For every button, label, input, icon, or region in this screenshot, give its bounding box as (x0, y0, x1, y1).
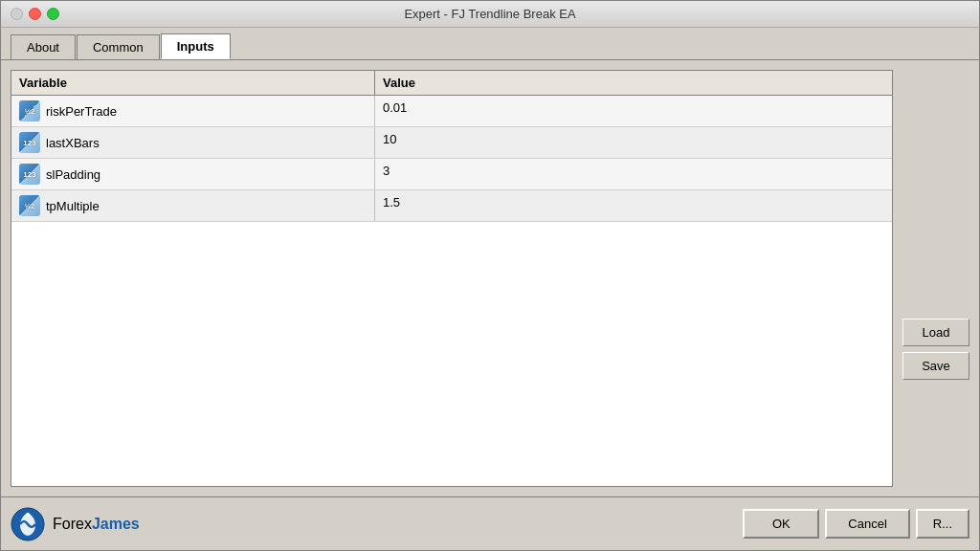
main-content: Variable Value ½2 riskPerTrade 0.01 (1, 60, 979, 496)
type-icon-int: 123 (19, 132, 40, 153)
tab-inputs[interactable]: Inputs (161, 33, 231, 59)
window-title: Expert - FJ Trendline Break EA (404, 7, 575, 21)
parameters-table: Variable Value ½2 riskPerTrade 0.01 (11, 70, 893, 487)
reset-button[interactable]: R... (916, 509, 969, 539)
window-controls (11, 8, 59, 20)
type-icon-double: ½2 (19, 100, 40, 121)
maximize-button[interactable] (47, 8, 59, 20)
logo-icon (11, 507, 45, 541)
table-body: ½2 riskPerTrade 0.01 123 lastXBars 10 (11, 96, 892, 486)
tab-bar: About Common Inputs (1, 28, 979, 60)
main-window: Expert - FJ Trendline Break EA About Com… (0, 0, 980, 551)
table-row[interactable]: 123 slPadding 3 (11, 159, 892, 190)
bottom-buttons: OK Cancel R... (743, 509, 969, 539)
row-value-risktrade[interactable]: 0.01 (375, 96, 892, 126)
logo-area: ForexJames (11, 507, 140, 541)
table-row[interactable]: ½2 tpMultiple 1.5 (11, 190, 892, 222)
column-variable: Variable (11, 71, 375, 95)
side-buttons: Load Save (902, 70, 969, 487)
load-button[interactable]: Load (902, 319, 969, 346)
title-bar: Expert - FJ Trendline Break EA (1, 1, 979, 28)
save-button[interactable]: Save (902, 352, 969, 380)
type-icon-double: ½2 (19, 195, 40, 216)
row-variable-slpadding: 123 slPadding (11, 159, 375, 189)
tab-common[interactable]: Common (77, 34, 160, 59)
type-icon-int: 123 (19, 164, 40, 185)
svg-point-1 (26, 513, 30, 517)
minimize-button[interactable] (11, 8, 23, 20)
row-variable-lastxbars: 123 lastXBars (11, 127, 375, 158)
column-value: Value (375, 71, 892, 95)
tab-about[interactable]: About (11, 34, 76, 59)
row-value-slpadding[interactable]: 3 (375, 159, 892, 189)
table-row[interactable]: 123 lastXBars 10 (11, 127, 892, 159)
ok-button[interactable]: OK (743, 509, 819, 539)
row-value-lastxbars[interactable]: 10 (375, 127, 892, 158)
table-row[interactable]: ½2 riskPerTrade 0.01 (11, 96, 892, 127)
close-button[interactable] (29, 8, 41, 20)
bottom-bar: ForexJames OK Cancel R... (1, 496, 979, 550)
cancel-button[interactable]: Cancel (825, 509, 909, 539)
row-value-tpmultiple[interactable]: 1.5 (375, 190, 892, 221)
logo-text: ForexJames (53, 516, 140, 533)
row-variable-tpmultiple: ½2 tpMultiple (11, 190, 375, 221)
table-header: Variable Value (11, 71, 892, 96)
row-variable-risktrade: ½2 riskPerTrade (11, 96, 375, 126)
